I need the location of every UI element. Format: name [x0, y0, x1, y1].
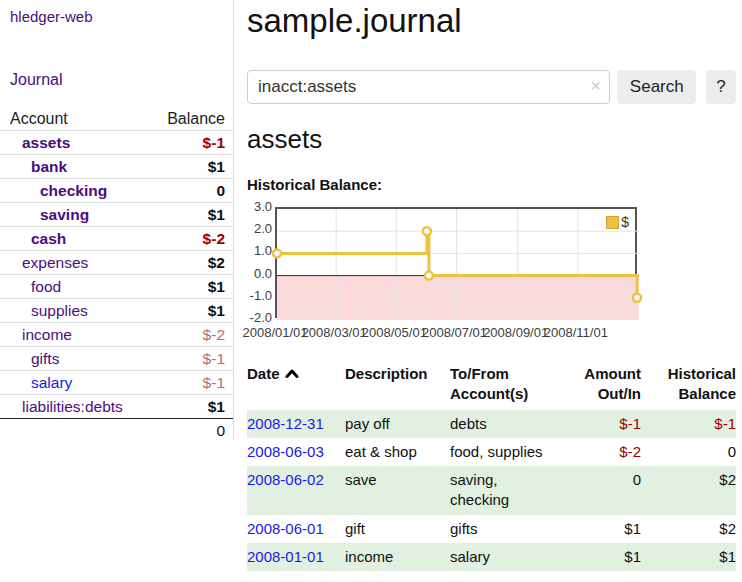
- account-total-row: 0: [0, 418, 233, 442]
- account-balance: $1: [208, 206, 225, 224]
- transaction-date-link[interactable]: 2008-12-31: [247, 415, 324, 432]
- y-tick-label: 0.0: [247, 266, 272, 281]
- account-balance: $1: [208, 398, 225, 416]
- balance-chart: $ 3.02.01.00.0-1.0-2.0 2008/01/012008/03…: [247, 203, 736, 343]
- y-tick-label: 3.0: [247, 199, 272, 214]
- transaction-description: pay off: [345, 410, 450, 438]
- sidebar-account-salary[interactable]: salary: [10, 374, 72, 392]
- transaction-amount: $1: [557, 515, 641, 543]
- transaction-amount: $-1: [557, 410, 641, 438]
- x-tick-label: 2008/01/01: [242, 325, 307, 340]
- transaction-date-link[interactable]: 2008-06-01: [247, 520, 324, 537]
- transaction-description: income: [345, 543, 450, 571]
- account-row: income $-2: [0, 323, 233, 347]
- transaction-amount: 0: [557, 466, 641, 515]
- column-description: Description: [345, 361, 450, 410]
- column-balance: Balance: [167, 110, 225, 128]
- column-accounts: To/From Account(s): [450, 361, 557, 410]
- account-row: checking 0: [0, 179, 233, 203]
- clear-search-icon[interactable]: ✕: [590, 79, 602, 93]
- account-row: food $1: [0, 275, 233, 299]
- account-row: bank $1: [0, 155, 233, 179]
- sidebar-account-food[interactable]: food: [10, 278, 61, 296]
- balance-chart-plot: $: [275, 207, 637, 318]
- search-button[interactable]: Search: [617, 70, 696, 104]
- account-balance: $-1: [203, 134, 225, 152]
- account-row: liabilities:debts $1: [0, 395, 233, 419]
- sidebar-account-expenses[interactable]: expenses: [10, 254, 88, 272]
- sidebar: hledger-web Journal Account Balance asse…: [0, 0, 234, 441]
- register-row: 2008-06-01 gift gifts $1 $2: [247, 515, 736, 543]
- account-row: gifts $-1: [0, 347, 233, 371]
- transaction-amount: $-2: [557, 438, 641, 466]
- column-balance: Historical Balance: [641, 361, 736, 410]
- transaction-balance: $-1: [641, 410, 736, 438]
- transaction-amount: $1: [557, 543, 641, 571]
- account-balance: $1: [208, 278, 225, 296]
- transaction-date-link[interactable]: 2008-06-03: [247, 443, 324, 460]
- transaction-accounts: food, supplies: [450, 438, 557, 466]
- help-button[interactable]: ?: [706, 70, 736, 104]
- column-amount: Amount Out/In: [557, 361, 641, 410]
- transaction-description: eat & shop: [345, 438, 450, 466]
- search-input[interactable]: [247, 70, 610, 104]
- transaction-description: gift: [345, 515, 450, 543]
- sidebar-account-gifts[interactable]: gifts: [10, 350, 59, 368]
- sidebar-account-cash[interactable]: cash: [10, 230, 66, 248]
- search-input-wrapper: ✕: [247, 70, 610, 104]
- main-content: sample.journal ✕ Search ? assets Histori…: [247, 0, 736, 582]
- sidebar-account-liabilities-debts[interactable]: liabilities:debts: [10, 398, 123, 416]
- y-tick-label: 1.0: [247, 243, 272, 258]
- register-table: Date Description To/From Account(s) Amou…: [247, 361, 736, 571]
- caret-up-icon: [285, 368, 299, 379]
- register-row: 2008-01-01 income salary $1 $1: [247, 543, 736, 571]
- account-row: supplies $1: [0, 299, 233, 323]
- search-form: ✕ Search ?: [247, 70, 736, 104]
- account-heading: assets: [247, 124, 322, 155]
- account-row: salary $-1: [0, 371, 233, 395]
- column-date[interactable]: Date: [247, 361, 345, 410]
- sidebar-account-checking[interactable]: checking: [10, 182, 107, 200]
- sidebar-account-supplies[interactable]: supplies: [10, 302, 88, 320]
- y-tick-label: -2.0: [247, 310, 272, 325]
- account-balance: $-1: [203, 350, 225, 368]
- account-row: cash $-2: [0, 227, 233, 251]
- transaction-description: save: [345, 466, 450, 515]
- account-balance: $-2: [203, 230, 225, 248]
- app-brand-link[interactable]: hledger-web: [0, 0, 233, 25]
- transaction-date-link[interactable]: 2008-06-02: [247, 471, 324, 488]
- transaction-accounts: salary: [450, 543, 557, 571]
- account-balance: $2: [208, 254, 225, 272]
- account-row: assets $-1: [0, 131, 233, 155]
- account-table-header: Account Balance: [0, 107, 233, 131]
- transaction-date-link[interactable]: 2008-01-01: [247, 548, 324, 565]
- chart-title: Historical Balance:: [247, 176, 382, 193]
- x-tick-label: 2008/09/01: [483, 325, 548, 340]
- register-header-row: Date Description To/From Account(s) Amou…: [247, 361, 736, 410]
- page-title: sample.journal: [247, 2, 462, 40]
- x-tick-label: 2008/05/01: [362, 325, 427, 340]
- account-balance: $1: [208, 302, 225, 320]
- y-tick-label: -1.0: [247, 288, 272, 303]
- legend-swatch-icon: [606, 216, 619, 229]
- column-account: Account: [10, 110, 68, 128]
- transaction-balance: $1: [641, 543, 736, 571]
- account-balance: $-2: [203, 326, 225, 344]
- account-row: saving $1: [0, 203, 233, 227]
- sidebar-account-income[interactable]: income: [10, 326, 72, 344]
- chart-legend: $: [606, 214, 629, 230]
- transaction-balance: 0: [641, 438, 736, 466]
- total-balance: 0: [216, 422, 225, 440]
- x-tick-label: 2008/11/01: [544, 325, 608, 340]
- sidebar-account-assets[interactable]: assets: [10, 134, 70, 152]
- sidebar-item-journal[interactable]: Journal: [0, 71, 72, 89]
- register-row: 2008-12-31 pay off debts $-1 $-1: [247, 410, 736, 438]
- account-balance: $1: [208, 158, 225, 176]
- register-row: 2008-06-03 eat & shop food, supplies $-2…: [247, 438, 736, 466]
- x-tick-label: 2008/07/01: [422, 325, 487, 340]
- sidebar-account-saving[interactable]: saving: [10, 206, 89, 224]
- sidebar-account-bank[interactable]: bank: [10, 158, 67, 176]
- transaction-accounts: saving, checking: [450, 466, 557, 515]
- transaction-accounts: debts: [450, 410, 557, 438]
- account-balance: 0: [216, 182, 225, 200]
